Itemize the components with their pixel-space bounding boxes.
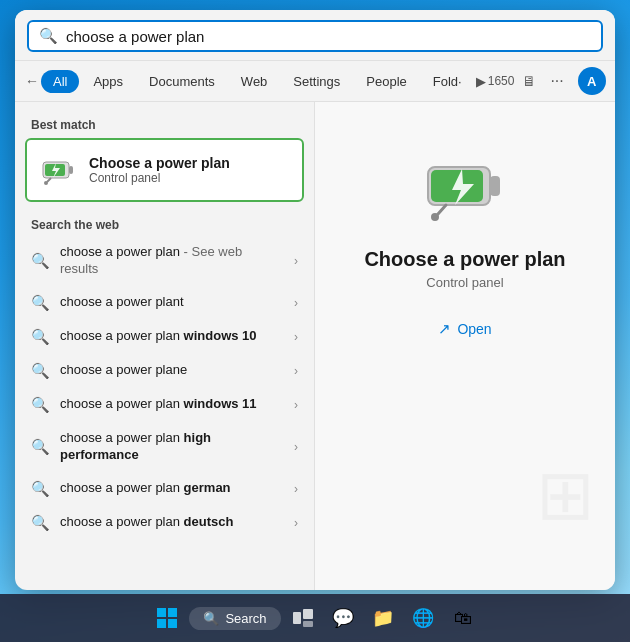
search-result-icon: 🔍 (31, 438, 50, 456)
open-label: Open (457, 321, 491, 337)
watermark: ⊞ (536, 460, 595, 530)
search-result-icon: 🔍 (31, 328, 50, 346)
chevron-right-icon: › (294, 330, 298, 344)
search-window: 🔍 ← All Apps Documents Web Settings Peop… (15, 10, 615, 590)
folder-icon: 📁 (372, 607, 394, 629)
search-item-text: choose a power plan deutsch (60, 514, 284, 531)
svg-line-4 (47, 178, 51, 182)
detail-subtitle: Control panel (426, 275, 503, 290)
power-plan-icon (39, 150, 79, 190)
search-result-icon: 🔍 (31, 396, 50, 414)
chevron-right-icon: › (294, 440, 298, 454)
search-input[interactable] (66, 28, 591, 45)
store-icon: 🛍 (454, 608, 472, 629)
best-match-title: Choose a power plan (89, 155, 230, 171)
tab-documents[interactable]: Documents (137, 70, 227, 93)
best-match-item[interactable]: Choose a power plan Control panel (25, 138, 304, 202)
best-match-subtitle: Control panel (89, 171, 230, 185)
list-item[interactable]: 🔍 choose a power plan windows 10 › (15, 320, 314, 354)
list-item[interactable]: 🔍 choose a power plan windows 11 › (15, 388, 314, 422)
taskbar-search-label: Search (225, 611, 266, 626)
result-count-area: 1650 🖥 ··· A (488, 67, 606, 95)
open-link-icon: ↗ (438, 320, 451, 338)
search-result-icon: 🔍 (31, 514, 50, 532)
search-bar: 🔍 (15, 10, 615, 61)
start-button[interactable] (149, 600, 185, 636)
avatar[interactable]: A (578, 67, 606, 95)
svg-rect-1 (69, 166, 73, 174)
search-result-icon: 🔍 (31, 294, 50, 312)
edge-icon: 🌐 (412, 607, 434, 629)
tab-fold[interactable]: Fold· (421, 70, 474, 93)
task-view-button[interactable] (285, 600, 321, 636)
search-item-text: choose a power plan highperformance (60, 430, 284, 464)
search-result-icon: 🔍 (31, 362, 50, 380)
chevron-right-icon: › (294, 516, 298, 530)
chevron-right-icon: › (294, 398, 298, 412)
svg-rect-17 (303, 609, 313, 619)
tab-web[interactable]: Web (229, 70, 280, 93)
search-item-text: choose a power plan windows 10 (60, 328, 284, 345)
list-item[interactable]: 🔍 choose a power plan highperformance › (15, 422, 314, 472)
svg-line-10 (438, 205, 446, 214)
tab-apps[interactable]: Apps (81, 70, 135, 93)
tab-all[interactable]: All (41, 70, 79, 93)
search-item-text: choose a power plan windows 11 (60, 396, 284, 413)
search-result-icon: 🔍 (31, 252, 50, 270)
detail-title: Choose a power plan (364, 248, 565, 271)
svg-rect-14 (157, 619, 166, 628)
web-section-label: Search the web (15, 210, 314, 236)
taskbar-search-icon: 🔍 (203, 611, 219, 626)
search-result-icon: 🔍 (31, 480, 50, 498)
list-item[interactable]: 🔍 choose a power plan german › (15, 472, 314, 506)
teams-button[interactable]: 💬 (325, 600, 361, 636)
best-match-text: Choose a power plan Control panel (89, 155, 230, 185)
chevron-right-icon: › (294, 296, 298, 310)
open-button[interactable]: ↗ Open (428, 314, 501, 344)
search-input-wrap[interactable]: 🔍 (27, 20, 603, 52)
search-item-text: choose a power plan german (60, 480, 284, 497)
best-match-label: Best match (15, 114, 314, 138)
svg-point-5 (44, 181, 48, 185)
teams-icon: 💬 (332, 607, 354, 629)
windows-logo-icon (156, 607, 178, 629)
svg-rect-16 (293, 612, 301, 624)
filter-tabs: ← All Apps Documents Web Settings People… (15, 61, 615, 102)
edge-button[interactable]: 🌐 (405, 600, 441, 636)
main-content: Best match Choose a power pla (15, 102, 615, 590)
devices-icon: 🖥 (522, 73, 536, 89)
list-item[interactable]: 🔍 choose a power plan - See web results … (15, 236, 314, 286)
list-item[interactable]: 🔍 choose a power plane › (15, 354, 314, 388)
play-icon[interactable]: ▶ (476, 74, 486, 89)
file-explorer-button[interactable]: 📁 (365, 600, 401, 636)
list-item[interactable]: 🔍 choose a power plant › (15, 286, 314, 320)
svg-rect-15 (168, 619, 177, 628)
task-view-icon (292, 607, 314, 629)
svg-point-11 (431, 213, 439, 221)
svg-rect-7 (490, 176, 500, 196)
svg-rect-12 (157, 608, 166, 617)
tab-people[interactable]: People (354, 70, 418, 93)
chevron-right-icon: › (294, 482, 298, 496)
taskbar: 🔍 Search 💬 📁 🌐 🛍 (0, 594, 630, 642)
taskbar-search[interactable]: 🔍 Search (189, 607, 280, 630)
search-icon: 🔍 (39, 27, 58, 45)
list-item[interactable]: 🔍 choose a power plan deutsch › (15, 506, 314, 540)
search-item-text: choose a power plane (60, 362, 284, 379)
more-options-button[interactable]: ··· (544, 70, 569, 92)
svg-rect-13 (168, 608, 177, 617)
svg-rect-18 (303, 621, 313, 627)
result-count: 1650 (488, 74, 515, 88)
store-button[interactable]: 🛍 (445, 600, 481, 636)
tab-settings[interactable]: Settings (281, 70, 352, 93)
right-panel: Choose a power plan Control panel ↗ Open… (315, 102, 615, 590)
chevron-right-icon: › (294, 364, 298, 378)
left-panel: Best match Choose a power pla (15, 102, 315, 590)
detail-power-icon (420, 142, 510, 232)
back-button[interactable]: ← (25, 67, 39, 95)
search-item-text: choose a power plan - See web results (60, 244, 284, 278)
chevron-right-icon: › (294, 254, 298, 268)
search-item-text: choose a power plant (60, 294, 284, 311)
